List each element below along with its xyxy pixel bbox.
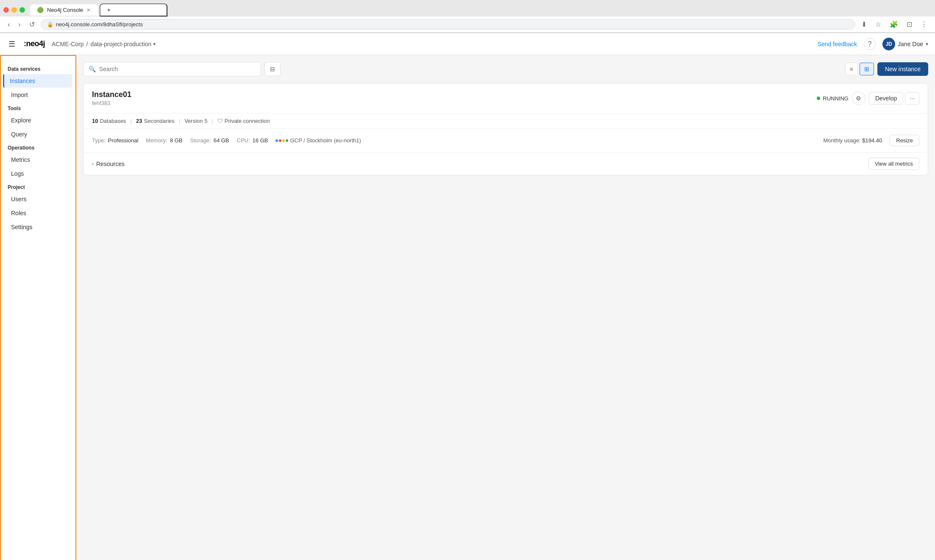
sidebar-item-settings[interactable]: Settings [4,220,72,234]
instance-name: Instance01 [92,90,131,99]
sidebar-item-logs-label: Logs [11,170,24,177]
refresh-button[interactable]: ↺ [27,19,37,29]
resources-label: Resources [96,161,125,167]
browser-toolbar-right: ⬇ ☆ 🧩 ⊡ ⋮ [859,19,930,29]
tab-bar: 🟢 Neo4j Console ✕ + [0,0,935,17]
memory-label: Memory: [146,137,167,144]
sidebar: Data services Instances Import Tools Exp… [0,55,76,560]
resources-chevron-icon: › [92,161,94,167]
resize-button[interactable]: Resize [890,135,919,146]
breadcrumb: ACME-Corp / data-project-production ▾ [52,41,156,47]
neo4j-logo: :neo4j [24,39,45,48]
instance-card: Instance01 fehf383 RUNNING ⚙ Develop ···… [83,83,928,175]
view-toggle: ≡ ⊞ [845,63,874,75]
instance-card-header: Instance01 fehf383 RUNNING ⚙ Develop ··· [83,83,928,114]
monthly-val: $194.40 [862,137,882,144]
hamburger-menu-button[interactable]: ☰ [7,38,17,50]
close-traffic-light[interactable] [3,7,9,13]
view-all-metrics-button[interactable]: View all metrics [868,158,919,170]
type-label: Type: [92,137,106,144]
shield-icon: 🛡 [217,118,223,124]
search-icon: 🔍 [89,66,96,72]
back-button[interactable]: ‹ [5,20,12,29]
user-avatar: JD [882,38,895,50]
user-name: Jane Doe [898,41,923,47]
connection-label: Private connection [225,118,270,124]
databases-count: 10 [92,118,98,124]
main-layout: Data services Instances Import Tools Exp… [0,55,935,560]
extensions-icon[interactable]: 🧩 [887,19,901,29]
sidebar-item-explore[interactable]: Explore [4,114,72,127]
breadcrumb-chevron-icon: ▾ [153,41,156,47]
send-feedback-button[interactable]: Send feedback [818,41,857,47]
gcp-blue-dot [275,139,278,142]
breadcrumb-separator: / [86,41,88,47]
more-options-button[interactable]: ··· [905,92,919,105]
minimize-traffic-light[interactable] [11,7,17,13]
cpu-val: 16 GB [253,137,268,144]
lock-icon: 🔒 [47,22,53,28]
resources-toggle[interactable]: › Resources [92,161,125,167]
develop-button[interactable]: Develop [869,92,903,105]
gcp-yellow-dot [282,139,285,142]
instance-meta: 10 Databases | 23 Secondaries | Version … [83,114,928,129]
type-val: Professional [108,137,139,144]
gcp-green-dot [286,139,288,142]
profile-icon[interactable]: ⊡ [904,19,915,29]
version-label: Version 5 [184,118,207,124]
storage-label: Storage: [190,137,211,144]
sidebar-item-roles[interactable]: Roles [4,206,72,220]
databases-meta: 10 Databases [92,118,126,124]
tab-title: Neo4j Console [47,7,83,13]
meta-sep2: | [179,118,180,124]
meta-sep3: | [211,118,213,124]
breadcrumb-project[interactable]: data-project-production ▾ [90,41,156,47]
status-text: RUNNING [823,95,849,102]
download-icon[interactable]: ⬇ [859,19,869,29]
list-view-button[interactable]: ≡ [845,63,858,75]
gcp-badge: GCP / Stockholm (eu-north1) [275,137,361,144]
forward-button[interactable]: › [16,20,23,29]
fullscreen-traffic-light[interactable] [19,7,25,13]
instance-settings-button[interactable]: ⚙ [852,91,865,105]
grid-view-button[interactable]: ⊞ [860,63,874,75]
user-chevron-icon: ▾ [926,41,928,47]
sidebar-item-metrics[interactable]: Metrics [4,153,72,166]
search-input[interactable] [99,66,256,72]
new-instance-button[interactable]: New instance [877,62,928,76]
url-bar[interactable]: 🔒 neo4j.console.com/8dhaSfl/projects [41,19,855,30]
settings-icon: ⚙ [856,95,861,102]
sidebar-item-users[interactable]: Users [4,192,72,206]
search-bar[interactable]: 🔍 [83,62,261,76]
sidebar-section-project: Project [1,181,75,192]
cpu-label: CPU: [237,137,250,144]
filter-button[interactable]: ⊟ [264,62,281,76]
new-tab-button[interactable]: + [100,3,167,17]
tab-favicon: 🟢 [37,7,44,13]
sidebar-item-import[interactable]: Import [4,88,72,102]
secondaries-meta: 23 Secondaries [136,118,175,124]
browser-chrome: 🟢 Neo4j Console ✕ + ‹ › ↺ 🔒 neo4j.consol… [0,0,935,33]
tab-close-button[interactable]: ✕ [86,7,91,13]
more-options-icon[interactable]: ⋮ [918,19,930,29]
sidebar-item-metrics-label: Metrics [11,156,30,163]
nav-buttons: ‹ › ↺ [5,19,37,29]
sidebar-item-instances[interactable]: Instances [3,74,72,88]
user-menu[interactable]: JD Jane Doe ▾ [882,38,928,50]
sidebar-item-query[interactable]: Query [4,128,72,141]
status-dot [817,97,820,100]
sidebar-item-roles-label: Roles [11,210,26,216]
secondaries-count: 23 [136,118,142,124]
sidebar-item-import-label: Import [11,91,28,98]
meta-sep1: | [131,118,132,124]
help-button[interactable]: ? [864,38,876,50]
bookmark-icon[interactable]: ☆ [873,19,884,29]
sidebar-item-logs[interactable]: Logs [4,167,72,180]
sidebar-item-users-label: Users [11,196,27,202]
sidebar-item-instances-label: Instances [10,78,35,84]
sidebar-section-tools: Tools [1,102,75,113]
secondaries-label: Secondaries [144,118,174,124]
active-tab[interactable]: 🟢 Neo4j Console ✕ [30,4,98,16]
sidebar-item-query-label: Query [11,131,27,138]
databases-label: Databases [100,118,126,124]
